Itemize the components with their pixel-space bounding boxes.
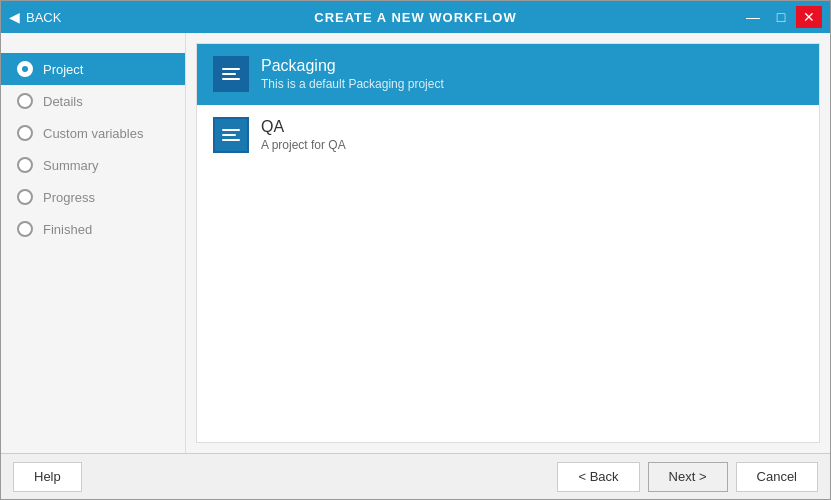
step-circle-details: [17, 93, 33, 109]
step-circle-progress: [17, 189, 33, 205]
sidebar-label-project: Project: [43, 62, 83, 77]
footer-left: Help: [13, 462, 82, 492]
sidebar-label-progress: Progress: [43, 190, 95, 205]
title-bar: ◀ BACK CREATE A NEW WORKFLOW — □ ✕: [1, 1, 830, 33]
project-desc-qa: A project for QA: [261, 138, 803, 152]
sidebar-item-progress[interactable]: Progress: [1, 181, 185, 213]
icon-line-qa-3: [222, 139, 240, 141]
sidebar-label-details: Details: [43, 94, 83, 109]
project-item-packaging[interactable]: Packaging This is a default Packaging pr…: [197, 44, 819, 105]
close-button[interactable]: ✕: [796, 6, 822, 28]
sidebar-item-custom-variables[interactable]: Custom variables: [1, 117, 185, 149]
sidebar-item-details[interactable]: Details: [1, 85, 185, 117]
main-content: Project Details Custom variables Summary…: [1, 33, 830, 453]
project-icon-qa: [213, 117, 249, 153]
icon-line-1: [222, 68, 240, 70]
step-circle-project: [17, 61, 33, 77]
sidebar-item-summary[interactable]: Summary: [1, 149, 185, 181]
step-circle-finished: [17, 221, 33, 237]
step-circle-custom-variables: [17, 125, 33, 141]
window-controls: — □ ✕: [740, 6, 822, 28]
project-info-qa: QA A project for QA: [261, 118, 803, 152]
sidebar-item-project[interactable]: Project: [1, 53, 185, 85]
project-icon-lines-qa: [222, 129, 240, 141]
project-list: Packaging This is a default Packaging pr…: [197, 44, 819, 442]
icon-line-2: [222, 73, 236, 75]
sidebar-label-summary: Summary: [43, 158, 99, 173]
back-nav-button[interactable]: < Back: [557, 462, 639, 492]
footer-right: < Back Next > Cancel: [557, 462, 818, 492]
sidebar-item-finished[interactable]: Finished: [1, 213, 185, 245]
icon-line-qa-1: [222, 129, 240, 131]
project-icon-lines: [222, 68, 240, 80]
project-icon-packaging: [213, 56, 249, 92]
window-title: CREATE A NEW WORKFLOW: [314, 10, 517, 25]
icon-line-qa-2: [222, 134, 236, 136]
cancel-button[interactable]: Cancel: [736, 462, 818, 492]
icon-line-3: [222, 78, 240, 80]
help-button[interactable]: Help: [13, 462, 82, 492]
project-desc-packaging: This is a default Packaging project: [261, 77, 803, 91]
project-name-qa: QA: [261, 118, 803, 136]
project-item-qa[interactable]: QA A project for QA: [197, 105, 819, 166]
back-button[interactable]: ◀ BACK: [9, 9, 61, 25]
step-circle-summary: [17, 157, 33, 173]
minimize-button[interactable]: —: [740, 6, 766, 28]
back-label: BACK: [26, 10, 61, 25]
sidebar-label-custom-variables: Custom variables: [43, 126, 143, 141]
footer: Help < Back Next > Cancel: [1, 453, 830, 499]
content-panel: Packaging This is a default Packaging pr…: [196, 43, 820, 443]
restore-button[interactable]: □: [768, 6, 794, 28]
sidebar: Project Details Custom variables Summary…: [1, 33, 186, 453]
next-button[interactable]: Next >: [648, 462, 728, 492]
window: ◀ BACK CREATE A NEW WORKFLOW — □ ✕ Proje…: [0, 0, 831, 500]
project-name-packaging: Packaging: [261, 57, 803, 75]
back-arrow-icon: ◀: [9, 9, 20, 25]
sidebar-label-finished: Finished: [43, 222, 92, 237]
project-info-packaging: Packaging This is a default Packaging pr…: [261, 57, 803, 91]
